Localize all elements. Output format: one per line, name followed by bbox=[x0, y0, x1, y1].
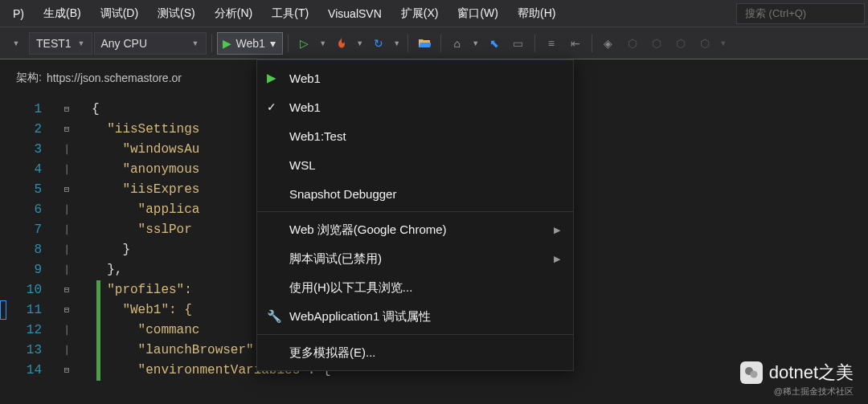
nav-icon[interactable]: ⬡ bbox=[694, 32, 716, 55]
caret-icon[interactable]: ▼ bbox=[317, 32, 329, 55]
fold-icon[interactable]: ⊟ bbox=[56, 361, 77, 381]
schema-url[interactable]: https://json.schemastore.or bbox=[47, 71, 182, 84]
caret-icon[interactable]: ▼ bbox=[391, 32, 403, 55]
platform-label: Any CPU bbox=[101, 37, 148, 50]
menu-debug[interactable]: 调试(D) bbox=[91, 2, 148, 26]
fold-line: │ bbox=[56, 160, 77, 180]
line-number: 1 bbox=[0, 100, 42, 120]
watermark: dotnet之美 @稀土掘金技术社区 bbox=[740, 361, 854, 385]
menu-visualsvn[interactable]: VisualSVN bbox=[318, 2, 391, 25]
menu-window[interactable]: 窗口(W) bbox=[448, 2, 508, 26]
dd-item-web1-test[interactable]: Web1:Test bbox=[257, 121, 573, 150]
outdent-icon[interactable]: ⇤ bbox=[564, 32, 587, 55]
platform-dropdown[interactable]: Any CPU ▼ bbox=[94, 32, 207, 55]
caret-icon: ▾ bbox=[270, 37, 276, 50]
caret-icon[interactable]: ▼ bbox=[718, 32, 729, 55]
fold-line: │ bbox=[56, 341, 77, 361]
dd-item-snapshot[interactable]: Snapshot Debugger bbox=[257, 179, 573, 208]
watermark-sub: @稀土掘金技术社区 bbox=[774, 386, 854, 398]
chevron-right-icon: ▶ bbox=[554, 225, 560, 235]
line-gutter: 1 2 3 4 5 6 7 8 9 10 11 12 13 14 bbox=[0, 100, 56, 404]
code-line: "iisSettings bbox=[92, 122, 199, 137]
start-debug-button[interactable]: ▶ Web1 ▾ bbox=[217, 32, 283, 55]
bookmark-icon[interactable]: ◈ bbox=[597, 32, 620, 55]
watermark-text: dotnet之美 bbox=[769, 361, 854, 385]
fold-line: │ bbox=[56, 320, 77, 341]
start-label: Web1 bbox=[236, 37, 265, 50]
chevron-down-icon[interactable]: ▼ bbox=[5, 32, 27, 55]
nav-icon[interactable]: ⬡ bbox=[669, 32, 692, 55]
dd-item-wsl[interactable]: WSL bbox=[257, 150, 573, 179]
dd-item-debug-properties[interactable]: 🔧 WebApplication1 调试属性 bbox=[257, 302, 573, 331]
nav-icon[interactable]: ⬡ bbox=[645, 32, 668, 55]
line-number: 8 bbox=[0, 240, 42, 260]
refresh-icon[interactable]: ↻ bbox=[367, 32, 390, 55]
svg-point-1 bbox=[750, 371, 757, 378]
fold-line: │ bbox=[56, 260, 77, 280]
line-number: 3 bbox=[0, 140, 42, 160]
start-debug-dropdown: ▶ Web1 ✓ Web1 Web1:Test WSL Snapshot Deb… bbox=[256, 59, 574, 371]
fold-icon[interactable]: ⊟ bbox=[56, 180, 77, 200]
dd-label: Web1 bbox=[289, 100, 321, 114]
dd-item-web1-checked[interactable]: ✓ Web1 bbox=[257, 92, 573, 121]
dd-label: WebApplication1 调试属性 bbox=[289, 309, 431, 324]
line-number: 6 bbox=[0, 200, 42, 220]
caret-icon: ▼ bbox=[78, 39, 85, 47]
dd-item-more-emulators[interactable]: 更多模拟器(E)... bbox=[257, 338, 573, 367]
nav-icon[interactable]: ⬡ bbox=[621, 32, 644, 55]
browser-link-icon[interactable]: ⌂ bbox=[446, 32, 469, 55]
fold-icon[interactable]: ⊟ bbox=[56, 300, 77, 320]
config-dropdown[interactable]: TEST1 ▼ bbox=[29, 32, 92, 55]
code-line: { bbox=[92, 102, 100, 116]
fold-line: │ bbox=[56, 140, 77, 160]
code-line: "applica bbox=[92, 202, 199, 217]
dd-item-web1-play[interactable]: ▶ Web1 bbox=[257, 63, 573, 92]
menu-extensions[interactable]: 扩展(X) bbox=[391, 2, 448, 26]
dd-label: 更多模拟器(E)... bbox=[289, 345, 376, 361]
dd-label: Web 浏览器(Google Chrome) bbox=[289, 222, 447, 238]
search-input[interactable] bbox=[736, 3, 865, 24]
menu-build[interactable]: 生成(B) bbox=[34, 2, 91, 26]
dd-item-browse-with[interactable]: 使用(H)以下工具浏览... bbox=[257, 273, 573, 302]
caret-icon[interactable]: ▼ bbox=[470, 32, 481, 55]
fold-line: │ bbox=[56, 200, 77, 220]
indent-icon[interactable]: ≡ bbox=[540, 32, 563, 55]
window-icon[interactable]: ▭ bbox=[507, 32, 530, 55]
schema-label: 架构: bbox=[16, 71, 42, 85]
line-number: 5 bbox=[0, 180, 42, 200]
menu-help[interactable]: 帮助(H) bbox=[508, 2, 565, 26]
line-number: 14 bbox=[0, 361, 42, 381]
menu-p[interactable]: P) bbox=[3, 2, 34, 25]
fold-line: │ bbox=[56, 220, 77, 240]
dd-item-web-browser[interactable]: Web 浏览器(Google Chrome) ▶ bbox=[257, 215, 573, 244]
line-number: 13 bbox=[0, 341, 42, 361]
dd-label: 脚本调试(已禁用) bbox=[289, 251, 382, 267]
hot-reload-icon[interactable] bbox=[330, 32, 353, 55]
dd-item-script-debug[interactable]: 脚本调试(已禁用) ▶ bbox=[257, 244, 573, 273]
wechat-icon bbox=[740, 361, 763, 384]
play-icon: ▶ bbox=[267, 71, 276, 85]
menu-tools[interactable]: 工具(T) bbox=[262, 2, 318, 26]
fold-icon[interactable]: ⊟ bbox=[56, 100, 77, 120]
open-file-icon[interactable] bbox=[413, 32, 436, 55]
caret-icon[interactable]: ▼ bbox=[354, 32, 366, 55]
line-number: 4 bbox=[0, 160, 42, 180]
menu-test[interactable]: 测试(S) bbox=[148, 2, 205, 26]
separator bbox=[592, 35, 592, 52]
check-icon: ✓ bbox=[267, 100, 276, 113]
fold-icon[interactable]: ⊟ bbox=[56, 280, 77, 300]
menu-analyze[interactable]: 分析(N) bbox=[205, 2, 262, 26]
separator bbox=[257, 334, 573, 335]
cursor-icon[interactable]: ⬉ bbox=[483, 32, 506, 55]
line-number: 2 bbox=[0, 120, 42, 140]
config-label: TEST1 bbox=[36, 37, 72, 50]
dd-label: Web1 bbox=[289, 71, 321, 85]
line-number: 9 bbox=[0, 260, 42, 280]
dd-label: WSL bbox=[289, 158, 316, 172]
separator bbox=[440, 35, 441, 52]
wrench-icon: 🔧 bbox=[267, 309, 282, 324]
chevron-right-icon: ▶ bbox=[554, 254, 560, 264]
code-line: } bbox=[92, 243, 130, 257]
play-outline-icon[interactable]: ▷ bbox=[293, 32, 316, 55]
fold-icon[interactable]: ⊟ bbox=[56, 120, 77, 140]
